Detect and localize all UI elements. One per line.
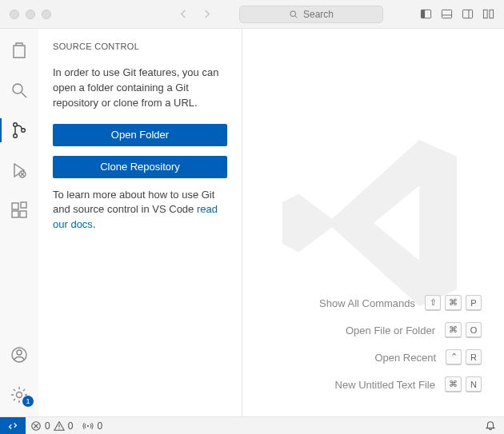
svg-point-14 — [22, 129, 26, 133]
ports-count: 0 — [97, 420, 102, 432]
sidebar-learn-more: To learn more about how to use Git and s… — [53, 188, 227, 233]
toggle-panel-left-icon[interactable] — [420, 8, 432, 20]
svg-point-0 — [290, 10, 296, 16]
shortcut-label: New Untitled Text File — [335, 379, 435, 391]
sidebar-title: SOURCE CONTROL — [53, 42, 227, 51]
keycap: R — [466, 349, 482, 365]
maximize-window[interactable] — [42, 10, 51, 19]
svg-point-29 — [58, 428, 59, 428]
manage-icon[interactable]: 1 — [0, 381, 38, 408]
status-bar: 0 0 0 — [0, 416, 504, 434]
layout-controls — [420, 8, 494, 20]
svg-rect-4 — [442, 10, 451, 18]
ports-status[interactable]: 0 — [78, 420, 107, 432]
learn-more-post: . — [93, 218, 96, 230]
run-debug-tab[interactable] — [0, 157, 38, 184]
svg-point-24 — [17, 392, 22, 398]
shortcut-keys: ⌃R — [446, 349, 482, 365]
toggle-panel-right-icon[interactable] — [462, 8, 474, 20]
source-control-tab[interactable] — [0, 117, 38, 144]
window-controls — [10, 10, 51, 19]
warning-count: 0 — [68, 420, 74, 432]
error-count: 0 — [45, 420, 50, 432]
learn-more-pre: To learn more about how to use Git and s… — [53, 189, 214, 216]
close-window[interactable] — [10, 10, 19, 19]
open-folder-button[interactable]: Open Folder — [53, 124, 227, 146]
main: 1 SOURCE CONTROL In order to use Git fea… — [0, 29, 504, 416]
search-tab[interactable] — [0, 77, 38, 104]
svg-point-13 — [14, 134, 18, 138]
svg-point-10 — [13, 84, 22, 94]
svg-point-12 — [14, 123, 18, 127]
keycap: ⌘ — [445, 295, 462, 311]
search-icon — [289, 10, 298, 19]
titlebar: Search — [0, 0, 504, 29]
svg-rect-6 — [462, 10, 472, 18]
error-icon — [30, 420, 42, 432]
shortcut-label: Open Recent — [374, 352, 436, 364]
problems-status[interactable]: 0 0 — [26, 420, 78, 432]
extensions-tab[interactable] — [0, 197, 38, 224]
ports-icon — [82, 420, 94, 432]
svg-point-23 — [17, 350, 22, 355]
sidebar-intro: In order to use Git features, you can op… — [53, 66, 227, 111]
nav-forward-icon[interactable] — [201, 8, 213, 20]
keycap: ⌃ — [446, 349, 462, 365]
clone-repository-button[interactable]: Clone Repository — [53, 156, 227, 178]
svg-rect-21 — [21, 202, 26, 208]
accounts-icon[interactable] — [0, 341, 38, 368]
svg-rect-8 — [483, 10, 487, 18]
customize-layout-icon[interactable] — [482, 8, 494, 20]
keycap: P — [466, 295, 482, 311]
shortcut-row: Open File or Folder⌘O — [319, 322, 482, 338]
shortcut-label: Open File or Folder — [346, 325, 435, 336]
manage-badge: 1 — [22, 396, 34, 407]
command-center-search[interactable]: Search — [239, 6, 383, 23]
notifications-icon[interactable] — [485, 420, 504, 432]
svg-rect-9 — [490, 10, 494, 18]
shortcut-row: Show All Commands⇧⌘P — [319, 295, 482, 311]
svg-line-11 — [22, 93, 26, 98]
keycap: N — [466, 376, 482, 392]
search-placeholder: Search — [303, 9, 334, 20]
shortcut-keys: ⇧⌘P — [425, 295, 482, 311]
explorer-tab[interactable] — [0, 37, 38, 64]
editor-welcome: Show All Commands⇧⌘POpen File or Folder⌘… — [242, 29, 504, 416]
svg-rect-3 — [421, 10, 425, 18]
shortcut-keys: ⌘O — [445, 322, 482, 338]
shortcut-keys: ⌘N — [445, 376, 482, 392]
activity-bar: 1 — [0, 29, 38, 416]
keycap: ⇧ — [425, 295, 441, 311]
svg-line-1 — [295, 15, 298, 18]
keycap: O — [466, 322, 482, 338]
keycap: ⌘ — [445, 376, 462, 392]
svg-rect-20 — [20, 211, 26, 217]
warning-icon — [54, 420, 65, 432]
svg-rect-18 — [12, 203, 18, 209]
shortcut-row: New Untitled Text File⌘N — [319, 376, 482, 392]
shortcut-label: Show All Commands — [319, 297, 415, 309]
shortcut-row: Open Recent⌃R — [319, 349, 482, 365]
source-control-sidebar: SOURCE CONTROL In order to use Git featu… — [38, 29, 242, 416]
welcome-shortcuts: Show All Commands⇧⌘POpen File or Folder⌘… — [319, 295, 482, 392]
svg-point-30 — [87, 424, 89, 426]
keycap: ⌘ — [445, 322, 462, 338]
remote-indicator[interactable] — [0, 417, 26, 435]
svg-rect-19 — [12, 211, 18, 217]
nav-back-icon[interactable] — [178, 8, 190, 20]
toggle-panel-bottom-icon[interactable] — [441, 8, 453, 20]
minimize-window[interactable] — [26, 10, 35, 19]
nav-arrows — [178, 8, 213, 20]
